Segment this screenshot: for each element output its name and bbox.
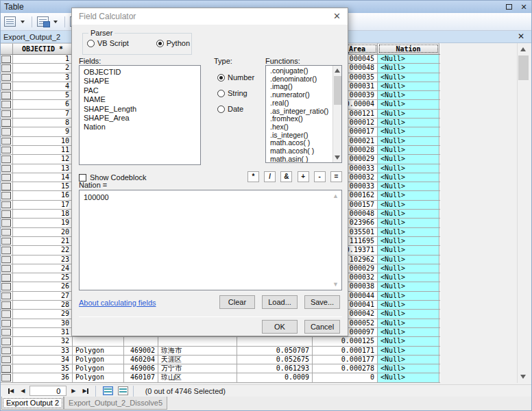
- row-selector[interactable]: [1, 237, 13, 245]
- cell-shape-length[interactable]: [237, 337, 313, 345]
- row-selector[interactable]: [1, 264, 13, 273]
- row-selector[interactable]: [1, 73, 13, 82]
- row-selector[interactable]: [1, 173, 13, 182]
- cell-objectid[interactable]: 3: [13, 73, 73, 82]
- parser-radio-vb-script[interactable]: VB Script: [87, 39, 129, 47]
- cell-nation[interactable]: <Null>: [378, 82, 439, 90]
- related-tables-dropdown-icon[interactable]: [53, 21, 58, 23]
- cell-shape[interactable]: Polygon: [73, 347, 124, 355]
- header-nation[interactable]: Nation: [378, 43, 439, 54]
- cell-objectid[interactable]: 14: [13, 173, 73, 182]
- cell-nation[interactable]: <Null>: [378, 237, 439, 245]
- cell-nation[interactable]: <Null>: [378, 282, 439, 290]
- vertical-scrollbar[interactable]: [517, 43, 529, 383]
- cell-objectid[interactable]: 23: [13, 256, 73, 264]
- row-selector[interactable]: [1, 182, 13, 190]
- list-item[interactable]: OBJECTID: [80, 68, 200, 77]
- cell-objectid[interactable]: 15: [13, 182, 73, 190]
- cell-shape-area[interactable]: 0.000177: [313, 356, 378, 364]
- cell-pac[interactable]: 469002: [124, 347, 158, 355]
- show-all-records-icon[interactable]: [103, 386, 113, 395]
- parser-radio-python[interactable]: Python: [156, 39, 190, 47]
- cell-nation[interactable]: <Null>: [378, 155, 439, 163]
- cell-nation[interactable]: <Null>: [378, 319, 439, 327]
- cell-shape[interactable]: Polygon: [73, 356, 124, 364]
- row-selector[interactable]: [1, 119, 13, 127]
- cell-name[interactable]: 琼海市: [158, 347, 237, 355]
- ok-button[interactable]: OK: [262, 320, 298, 334]
- cell-shape-length[interactable]: 0.050707: [237, 347, 313, 355]
- cell-objectid[interactable]: 5: [13, 91, 73, 99]
- cell-objectid[interactable]: 1: [13, 55, 73, 63]
- cell-nation[interactable]: <Null>: [378, 164, 439, 173]
- cell-objectid[interactable]: 9: [13, 127, 73, 136]
- cell-name[interactable]: 琼山区: [158, 373, 237, 382]
- cell-nation[interactable]: <Null>: [378, 100, 439, 108]
- cell-nation[interactable]: <Null>: [378, 137, 439, 145]
- cell-objectid[interactable]: 27: [13, 292, 73, 300]
- operator-button-sym[interactable]: /: [264, 171, 276, 182]
- cell-name[interactable]: 天涯区: [158, 356, 237, 364]
- cell-nation[interactable]: <Null>: [378, 373, 439, 382]
- cell-nation[interactable]: <Null>: [378, 127, 439, 136]
- cell-name[interactable]: [158, 337, 237, 345]
- list-item[interactable]: NAME: [80, 95, 200, 104]
- cell-objectid[interactable]: 24: [13, 264, 73, 273]
- row-selector[interactable]: [1, 155, 13, 163]
- cell-shape-length[interactable]: 0.052675: [237, 356, 313, 364]
- functions-scrollbar[interactable]: [332, 66, 341, 162]
- expression-input[interactable]: 100000 ▲ ▼: [79, 190, 342, 290]
- cell-shape-area[interactable]: 0.000125: [313, 337, 378, 345]
- scroll-up-icon[interactable]: [520, 47, 526, 51]
- cell-objectid[interactable]: 22: [13, 246, 73, 254]
- table-options-dropdown-icon[interactable]: [21, 21, 25, 23]
- cell-shape[interactable]: Polygon: [73, 373, 124, 382]
- row-selector[interactable]: [1, 91, 13, 99]
- cell-shape-length[interactable]: 0.061293: [237, 364, 313, 373]
- load-button[interactable]: Load...: [262, 295, 298, 309]
- row-selector[interactable]: [1, 146, 13, 154]
- tab-export-output-2[interactable]: Export Output 2: [1, 397, 64, 410]
- row-selector[interactable]: [1, 356, 13, 364]
- row-selector[interactable]: [1, 364, 13, 373]
- cell-objectid[interactable]: 17: [13, 201, 73, 209]
- row-selector[interactable]: [1, 219, 13, 227]
- last-record-button[interactable]: ▶: [80, 388, 90, 394]
- cell-nation[interactable]: <Null>: [378, 328, 439, 336]
- cell-shape-length[interactable]: 0.0009: [237, 373, 313, 382]
- cell-nation[interactable]: <Null>: [378, 264, 439, 273]
- fields-list[interactable]: OBJECTIDSHAPEPACNAMESHAPE_LengthSHAPE_Ar…: [79, 65, 201, 165]
- table-options-icon[interactable]: [4, 16, 16, 27]
- row-selector[interactable]: [1, 256, 13, 264]
- cell-nation[interactable]: <Null>: [378, 364, 439, 373]
- cell-objectid[interactable]: 35: [13, 364, 73, 373]
- row-selector[interactable]: [1, 55, 13, 63]
- close-window-button[interactable]: ✕: [519, 2, 529, 12]
- cell-objectid[interactable]: 12: [13, 155, 73, 163]
- cell-nation[interactable]: <Null>: [378, 228, 439, 236]
- cell-objectid[interactable]: 28: [13, 301, 73, 309]
- list-item[interactable]: PAC: [80, 86, 200, 95]
- operator-button-sym[interactable]: *: [247, 171, 259, 182]
- cell-objectid[interactable]: 7: [13, 110, 73, 118]
- list-item[interactable]: math.asin( ): [266, 155, 341, 163]
- row-selector[interactable]: [1, 191, 13, 199]
- cell-objectid[interactable]: 26: [13, 282, 73, 290]
- cell-objectid[interactable]: 29: [13, 310, 73, 318]
- cell-objectid[interactable]: 4: [13, 82, 73, 90]
- cell-objectid[interactable]: 16: [13, 191, 73, 199]
- row-selector[interactable]: [1, 337, 13, 345]
- scroll-down-icon[interactable]: [520, 375, 526, 379]
- cell-objectid[interactable]: 36: [13, 373, 73, 382]
- close-table-panel-icon[interactable]: ✕: [518, 32, 524, 41]
- show-selected-records-icon[interactable]: [118, 386, 128, 395]
- cell-objectid[interactable]: 25: [13, 273, 73, 282]
- cell-nation[interactable]: <Null>: [378, 246, 439, 254]
- cell-objectid[interactable]: 21: [13, 237, 73, 245]
- row-selector[interactable]: [1, 82, 13, 90]
- cell-objectid[interactable]: 19: [13, 219, 73, 227]
- cell-objectid[interactable]: 13: [13, 164, 73, 173]
- header-objectid[interactable]: OBJECTID *: [13, 43, 73, 54]
- maximize-button[interactable]: [504, 2, 513, 12]
- cell-pac[interactable]: [124, 337, 158, 345]
